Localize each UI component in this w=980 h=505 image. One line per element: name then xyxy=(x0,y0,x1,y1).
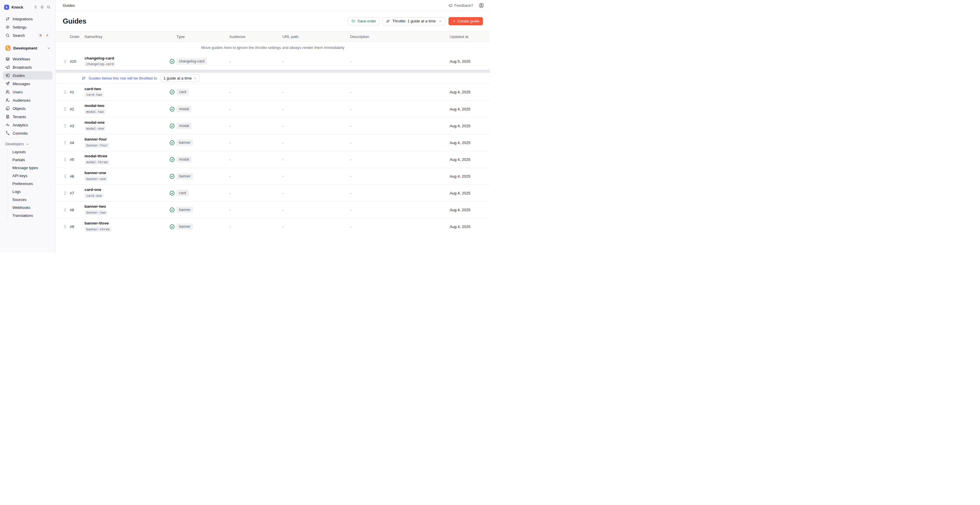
sidebar-item-label: Audiences xyxy=(13,98,30,102)
column-header-name: Name/Key xyxy=(84,35,169,39)
sort-descending-icon xyxy=(81,76,86,80)
throttle-divider-row: Guides below this row will be throttled … xyxy=(56,73,490,84)
sidebar-item-analytics[interactable]: Analytics xyxy=(3,121,52,129)
feedback-label: Feedback? xyxy=(454,3,473,8)
status-active-check-icon xyxy=(169,157,175,162)
guide-key-chip: card-one xyxy=(84,193,103,198)
drag-handle-icon[interactable] xyxy=(63,174,67,178)
column-header-order: Order xyxy=(70,35,84,39)
sidebar-subitem-preferences[interactable]: Preferences xyxy=(10,180,52,188)
sidebar-item-label: Messages xyxy=(13,81,30,86)
guide-row[interactable]: #9banner-threebanner-threebanner---Aug 4… xyxy=(56,218,490,235)
guide-url-path: - xyxy=(282,191,350,195)
guide-updated-at: Aug 4, 2025 xyxy=(450,140,483,145)
guide-name-key: modal-twomodal-two xyxy=(84,104,169,114)
megaphone-icon xyxy=(5,65,10,70)
guide-url-path: - xyxy=(282,208,350,212)
guide-type-badge: banner xyxy=(177,173,193,180)
drag-handle-icon[interactable] xyxy=(63,123,67,128)
throttle-count-select[interactable]: 1 guide at a time xyxy=(161,74,200,82)
section-divider-band xyxy=(56,70,490,73)
throttle-setting-button[interactable]: Throttle: 1 guide at a time xyxy=(382,17,445,25)
workspace-switcher-button[interactable] xyxy=(32,4,39,10)
guide-row[interactable]: #1card-twocard-twocard---Aug 4, 2025 xyxy=(56,84,490,100)
sidebar-subitem-logs[interactable]: Logs xyxy=(10,188,52,196)
checklist-icon xyxy=(351,19,355,23)
header-actions: Save order Throttle: 1 guide at a time C… xyxy=(348,17,483,25)
sidebar-subitem-label: Translations xyxy=(13,213,33,218)
account-menu-button[interactable] xyxy=(479,3,484,8)
sidebar-item-settings[interactable]: Settings xyxy=(3,23,52,31)
guide-row[interactable]: #6banner-onebanner-onebanner---Aug 4, 20… xyxy=(56,168,490,185)
gear-icon xyxy=(5,25,10,29)
drag-handle-icon[interactable] xyxy=(63,59,67,64)
sidebar-subitem-webhooks[interactable]: Webhooks xyxy=(10,204,52,212)
guide-audience: - xyxy=(229,59,282,64)
throttle-divider-link[interactable]: Guides below this row will be throttled … xyxy=(89,76,157,80)
sidebar-top-nav: IntegrationsSettingsSearch⌘K xyxy=(3,15,52,40)
sidebar-item-users[interactable]: Users xyxy=(3,88,52,96)
guide-type-badge: modal xyxy=(177,106,192,113)
guide-row[interactable]: #2modal-twomodal-twomodal---Aug 4, 2025 xyxy=(56,100,490,117)
drag-handle-icon[interactable] xyxy=(63,224,67,229)
status-active-check-icon xyxy=(169,59,175,64)
layers-icon xyxy=(5,57,10,61)
plus-icon xyxy=(452,19,456,23)
drag-handle-icon[interactable] xyxy=(63,157,67,162)
sidebar-subitem-layouts[interactable]: Layouts xyxy=(10,148,52,156)
sidebar-subitem-sources[interactable]: Sources xyxy=(10,196,52,204)
sidebar-item-workflows[interactable]: Workflows xyxy=(3,55,52,63)
drag-handle-icon[interactable] xyxy=(63,107,67,112)
status-active-check-icon xyxy=(169,207,175,213)
sort-descending-icon xyxy=(386,19,390,23)
search-button[interactable] xyxy=(45,4,52,10)
drag-handle-icon[interactable] xyxy=(63,140,67,145)
guide-row[interactable]: #4banner-fourbanner-fourbanner---Aug 4, … xyxy=(56,134,490,151)
sidebar-subitem-partials[interactable]: Partials xyxy=(10,156,52,164)
guide-row[interactable]: #3modal-onemodal-onemodal---Aug 4, 2025 xyxy=(56,117,490,134)
sidebar-item-guides[interactable]: Guides xyxy=(3,71,52,80)
guide-type-badge: banner xyxy=(177,207,193,213)
drag-handle-icon[interactable] xyxy=(63,191,67,195)
notifications-button[interactable] xyxy=(39,4,45,10)
drag-handle-icon[interactable] xyxy=(63,207,67,212)
guide-name-key: banner-onebanner-one xyxy=(84,171,169,182)
guide-name: banner-three xyxy=(84,221,109,225)
guide-audience: - xyxy=(229,107,282,112)
sidebar-item-messages[interactable]: Messages xyxy=(3,80,52,88)
dropzone-banner-text: Move guides here to ignore the throttle … xyxy=(201,45,344,50)
status-active-check-icon xyxy=(169,190,175,196)
sidebar-item-search[interactable]: Search⌘K xyxy=(3,31,52,40)
guide-row[interactable]: #7card-onecard-onecard---Aug 4, 2025 xyxy=(56,185,490,201)
sidebar-subitem-translations[interactable]: Translations xyxy=(10,212,52,220)
save-order-button[interactable]: Save order xyxy=(348,17,380,25)
sidebar-item-broadcasts[interactable]: Broadcasts xyxy=(3,63,52,71)
guide-row[interactable]: #5modal-threemodal-threemodal---Aug 4, 2… xyxy=(56,151,490,168)
guide-updated-at: Aug 4, 2025 xyxy=(450,107,483,112)
feedback-button[interactable]: Feedback? xyxy=(448,3,473,8)
sidebar-subitem-label: Layouts xyxy=(13,150,26,154)
guide-row[interactable]: #8banner-twobanner-twobanner---Aug 4, 20… xyxy=(56,201,490,218)
sidebar-item-label: Objects xyxy=(13,106,25,111)
guide-order: #5 xyxy=(70,157,84,162)
guide-order: #9 xyxy=(70,225,84,229)
create-guide-button[interactable]: Create guide xyxy=(449,17,483,25)
status-active-check-icon xyxy=(169,123,175,129)
drag-handle-icon[interactable] xyxy=(63,90,67,95)
sidebar-item-objects[interactable]: Objects xyxy=(3,104,52,113)
guide-updated-at: Aug 4, 2025 xyxy=(450,174,483,178)
workspace-row-development[interactable]: Development xyxy=(3,44,52,53)
sidebar-item-audiences[interactable]: Audiences xyxy=(3,96,52,104)
sidebar-item-tenants[interactable]: Tenants xyxy=(3,113,52,121)
developers-section-toggle[interactable]: Developers xyxy=(3,140,52,148)
sidebar-subitem-api-keys[interactable]: API keys xyxy=(10,172,52,180)
building-icon xyxy=(5,114,10,119)
search-icon xyxy=(5,33,10,38)
guide-audience: - xyxy=(229,225,282,229)
sidebar-item-integrations[interactable]: Integrations xyxy=(3,15,52,23)
sidebar-subitem-message-types[interactable]: Message types xyxy=(10,164,52,172)
guide-url-path: - xyxy=(282,174,350,178)
guide-row[interactable]: #10changelog-cardchangelog-cardchangelog… xyxy=(56,53,490,70)
table-empty-space xyxy=(56,235,490,253)
sidebar-item-commits[interactable]: Commits xyxy=(3,129,52,137)
